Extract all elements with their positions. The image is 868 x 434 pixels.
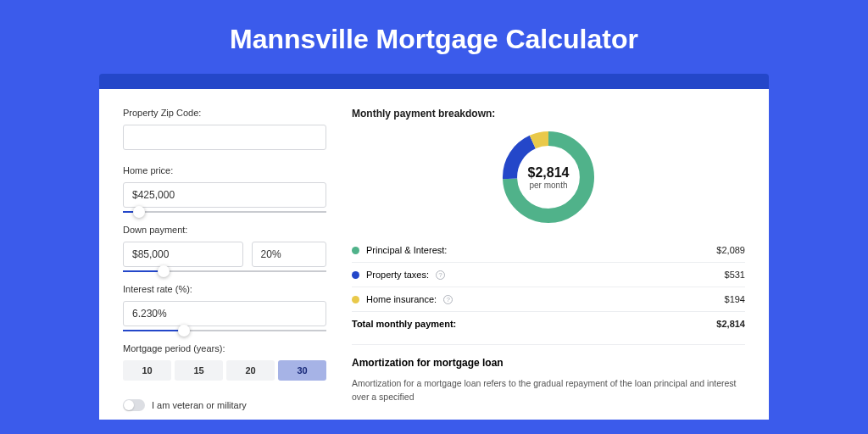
veteran-label: I am veteran or military <box>152 400 247 410</box>
breakdown-title: Monthly payment breakdown: <box>352 108 745 120</box>
calculator-card-outer: Property Zip Code: Home price: Down paym… <box>99 74 769 420</box>
total-label: Total monthly payment: <box>352 319 456 329</box>
breakdown-label: Home insurance: <box>366 294 437 304</box>
legend-dot-icon <box>352 271 359 279</box>
donut-center: $2,814 per month <box>498 165 599 190</box>
down-percent-input[interactable] <box>252 242 326 267</box>
down-slider[interactable] <box>123 270 326 272</box>
breakdown-label: Property taxes: <box>366 270 429 280</box>
rate-slider-thumb[interactable] <box>178 325 190 337</box>
zip-input[interactable] <box>123 125 326 150</box>
calculator-card: Property Zip Code: Home price: Down paym… <box>99 89 769 420</box>
rate-input[interactable] <box>123 301 326 326</box>
breakdown-row: Principal & Interest:$2,089 <box>352 238 745 262</box>
period-button-20[interactable]: 20 <box>226 360 275 381</box>
price-input[interactable] <box>123 182 326 208</box>
rate-slider-fill <box>123 330 184 331</box>
legend-dot-icon <box>352 247 359 254</box>
period-label: Mortgage period (years): <box>123 343 326 353</box>
form-column: Property Zip Code: Home price: Down paym… <box>123 108 326 411</box>
total-value: $2,814 <box>716 319 745 329</box>
breakdown-value: $194 <box>725 294 745 304</box>
period-button-10[interactable]: 10 <box>123 360 171 381</box>
breakdown-value: $2,089 <box>716 245 745 255</box>
breakdown-label: Principal & Interest: <box>366 245 447 255</box>
amortization-section: Amortization for mortgage loan Amortizat… <box>352 344 745 404</box>
amortization-text: Amortization for a mortgage loan refers … <box>352 377 745 404</box>
rate-slider[interactable] <box>123 330 326 331</box>
donut-amount: $2,814 <box>498 165 599 181</box>
breakdown-row: Home insurance:?$194 <box>352 287 745 311</box>
down-amount-input[interactable] <box>123 242 243 267</box>
zip-label: Property Zip Code: <box>123 108 326 118</box>
donut-subtitle: per month <box>498 181 599 190</box>
page-title: Mannsville Mortgage Calculator <box>0 0 868 74</box>
breakdown-value: $531 <box>725 270 745 280</box>
down-label: Down payment: <box>123 225 326 235</box>
rate-label: Interest rate (%): <box>123 284 326 294</box>
donut-chart-area: $2,814 per month <box>352 123 745 238</box>
breakdown-column: Monthly payment breakdown: $2,814 per mo… <box>352 108 745 411</box>
veteran-toggle[interactable] <box>123 399 145 411</box>
period-button-15[interactable]: 15 <box>175 360 223 381</box>
breakdown-list: Principal & Interest:$2,089Property taxe… <box>352 238 745 311</box>
period-button-30[interactable]: 30 <box>278 360 326 381</box>
info-icon[interactable]: ? <box>443 295 453 304</box>
down-slider-thumb[interactable] <box>158 265 170 277</box>
breakdown-row: Property taxes:?$531 <box>352 262 745 287</box>
price-slider[interactable] <box>123 211 326 213</box>
price-slider-thumb[interactable] <box>133 206 145 218</box>
legend-dot-icon <box>352 296 359 303</box>
period-group: 10152030 <box>123 360 326 381</box>
amortization-title: Amortization for mortgage loan <box>352 357 745 369</box>
price-label: Home price: <box>123 165 326 175</box>
total-row: Total monthly payment: $2,814 <box>352 311 745 336</box>
info-icon[interactable]: ? <box>436 270 445 280</box>
